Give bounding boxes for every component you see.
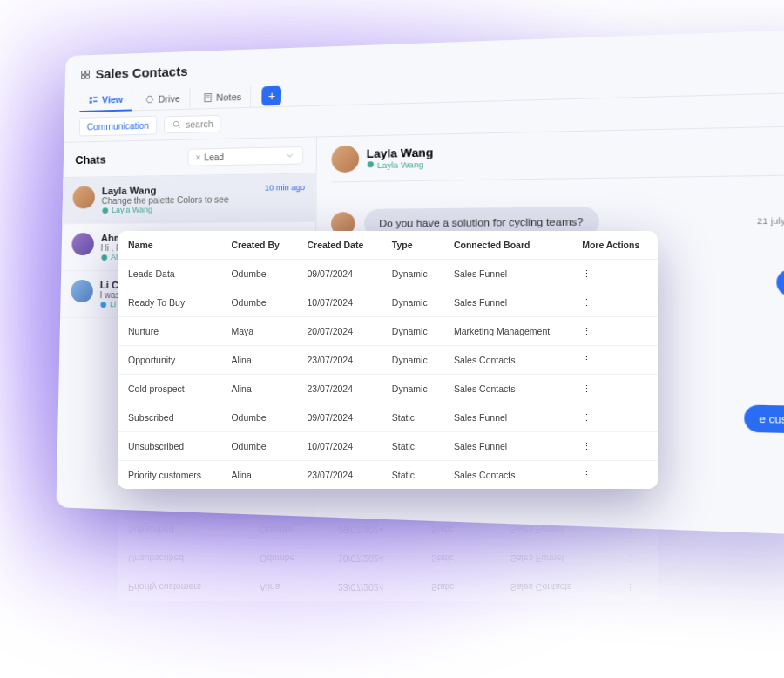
search-box[interactable]: search — [164, 115, 221, 134]
table-row[interactable]: SubscribedOdumbe09/07/2024StaticSales Fu… — [118, 403, 658, 432]
subtab-communication[interactable]: Communication — [79, 116, 157, 137]
table-cell: 10/07/2024 — [297, 288, 382, 317]
svg-point-11 — [173, 121, 179, 126]
table-row[interactable]: Cold prospectAlina23/07/2024DynamicSales… — [118, 375, 658, 403]
table-cell: 09/07/2024 — [297, 260, 382, 288]
search-placeholder: search — [186, 119, 213, 130]
svg-line-12 — [178, 125, 179, 127]
avatar — [72, 186, 95, 208]
filter-close-icon[interactable]: × — [195, 153, 200, 162]
more-actions-icon[interactable]: ⋮ — [582, 355, 590, 365]
more-actions-icon[interactable]: ⋮ — [582, 412, 590, 423]
svg-rect-1 — [86, 71, 90, 74]
view-icon — [88, 95, 98, 105]
table-cell: 10/07/2024 — [297, 432, 382, 461]
reflection: Priority customersAlina23/07/2024StaticS… — [118, 462, 658, 601]
notes-icon — [202, 92, 213, 102]
chat-item-time: 10 min ago — [265, 183, 305, 193]
col-created-by: Created By — [220, 231, 296, 260]
table-cell: Opportunity — [118, 346, 220, 375]
avatar — [331, 146, 359, 173]
whatsapp-icon — [101, 207, 109, 214]
svg-point-16 — [368, 161, 374, 167]
table-cell: Unsubscribed — [118, 432, 220, 461]
table-cell: Static — [382, 403, 443, 432]
svg-rect-5 — [90, 101, 92, 104]
table-cell: Dynamic — [382, 317, 443, 346]
table-cell: Sales Funnel — [443, 403, 571, 432]
table-cell: Sales Funnel — [443, 260, 571, 288]
segments-table: Name Created By Created Date Type Connec… — [118, 231, 658, 489]
chevron-down-icon — [284, 150, 295, 160]
chats-title: Chats — [75, 153, 105, 166]
svg-rect-6 — [93, 97, 97, 98]
page-title: Sales Contacts — [96, 64, 188, 81]
svg-rect-2 — [82, 75, 85, 78]
table-row[interactable]: UnsubscribedOdumbe10/07/2024StaticSales … — [118, 432, 658, 461]
table-cell: Nurture — [118, 317, 220, 346]
col-name: Name — [118, 231, 220, 260]
table-cell: Sales Funnel — [443, 432, 571, 461]
table-header-row: Name Created By Created Date Type Connec… — [118, 231, 658, 260]
grid-icon — [80, 69, 91, 79]
table-cell: Odumbe — [220, 403, 296, 432]
chat-header-text: Layla Wang Layla Wang — [367, 146, 434, 170]
svg-point-15 — [100, 302, 106, 308]
table-cell: Dynamic — [382, 288, 443, 317]
chat-header-sub: Layla Wang — [367, 159, 434, 171]
customer-bubble: e custom — [744, 405, 784, 434]
table-cell: Alina — [220, 346, 296, 375]
tab-notes[interactable]: Notes — [193, 85, 252, 108]
table-cell: Alina — [220, 375, 296, 403]
tab-view-label: View — [102, 94, 124, 105]
table-cell: Sales Funnel — [443, 288, 571, 317]
chat-header: Layla Wang Layla Wang — [331, 136, 784, 182]
filter-chip[interactable]: × Lead — [187, 146, 303, 166]
col-more-actions: More Actions — [571, 231, 658, 260]
table-cell: Sales Contacts — [443, 346, 571, 375]
table-cell: Dynamic — [382, 375, 443, 403]
table-cell: 23/07/2024 — [297, 375, 382, 403]
table-cell: Dynamic — [382, 260, 443, 288]
chat-item[interactable]: Layla Wang Change the palette Colors to … — [62, 173, 315, 224]
table-cell: Odumbe — [220, 260, 296, 288]
table-cell: 20/07/2024 — [297, 317, 382, 346]
table-cell: Ready To Buy — [118, 288, 220, 317]
telegram-icon — [99, 301, 107, 308]
whatsapp-icon — [367, 160, 375, 168]
table-cell: Marketing Management — [443, 317, 571, 346]
svg-point-13 — [102, 207, 108, 214]
more-actions-icon[interactable]: ⋮ — [582, 383, 590, 394]
avatar — [71, 280, 93, 302]
table-cell: Static — [382, 432, 443, 461]
table-row[interactable]: NurtureMaya20/07/2024DynamicMarketing Ma… — [118, 317, 658, 346]
avatar — [71, 233, 94, 255]
table-cell: Odumbe — [220, 288, 296, 317]
svg-rect-7 — [93, 100, 97, 102]
table-cell: 09/07/2024 — [297, 403, 382, 432]
col-type: Type — [382, 231, 443, 260]
more-actions-icon[interactable]: ⋮ — [582, 268, 590, 279]
svg-rect-3 — [86, 75, 90, 78]
chats-header: Chats × Lead — [63, 137, 315, 178]
filter-label: Lead — [204, 152, 224, 161]
more-actions-icon[interactable]: ⋮ — [582, 297, 590, 308]
table-cell: Dynamic — [382, 346, 443, 375]
tab-view[interactable]: View — [79, 89, 132, 112]
tab-drive[interactable]: Drive — [136, 87, 191, 110]
table-cell: Leads Data — [118, 260, 220, 288]
chat-item-channel: Layla Wang — [101, 203, 305, 214]
table-row[interactable]: Ready To BuyOdumbe10/07/2024DynamicSales… — [118, 288, 658, 317]
svg-point-14 — [101, 254, 107, 261]
chat-header-name: Layla Wang — [367, 146, 434, 160]
more-actions-icon[interactable]: ⋮ — [582, 326, 590, 336]
whatsapp-icon — [100, 253, 108, 261]
table-cell: Maya — [220, 317, 296, 346]
add-icon: + — [268, 88, 276, 102]
table-row[interactable]: OpportunityAlina23/07/2024DynamicSales C… — [118, 346, 658, 375]
segments-table-card: Name Created By Created Date Type Connec… — [118, 231, 658, 489]
add-tab-button[interactable]: + — [262, 85, 282, 105]
table-row[interactable]: Leads DataOdumbe09/07/2024DynamicSales F… — [118, 260, 658, 288]
col-connected-board: Connected Board — [443, 231, 571, 260]
more-actions-icon[interactable]: ⋮ — [582, 441, 590, 451]
